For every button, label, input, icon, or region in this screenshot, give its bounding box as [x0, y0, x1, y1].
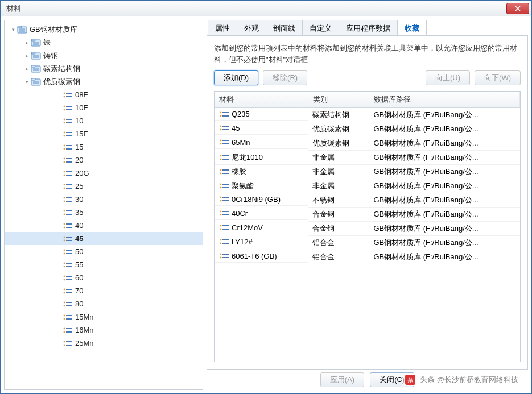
cell-category: 优质碳素钢 [308, 136, 369, 151]
material-icon [63, 169, 73, 177]
cell-path: GB钢材材质库 (F:/RuiBang/公... [369, 108, 519, 122]
col-path[interactable]: 数据库路径 [369, 92, 519, 108]
material-icon [219, 154, 229, 161]
tree-item-label: 10 [75, 117, 83, 125]
move-down-button[interactable]: 向下(W) [475, 70, 521, 85]
expander-icon[interactable]: ▾ [23, 78, 31, 86]
tab-收藏[interactable]: 收藏 [397, 20, 427, 35]
tab-自定义[interactable]: 自定义 [302, 20, 339, 35]
tree-item-label: 15 [75, 143, 83, 151]
material-icon [63, 196, 73, 204]
material-icon [219, 124, 229, 132]
close-button[interactable] [506, 3, 529, 14]
tree-material[interactable]: 15 [5, 140, 203, 154]
tree-material[interactable]: 08F [5, 88, 203, 101]
tree-material[interactable]: 45 [5, 232, 203, 245]
tree-material[interactable]: 10 [5, 114, 203, 127]
material-icon [219, 195, 229, 203]
tree-material[interactable]: 25 [5, 180, 203, 193]
tree-material[interactable]: 15F [5, 127, 203, 140]
tree-folder[interactable]: ▾ 优质碳素钢 [5, 75, 203, 88]
watermark: 条 头条 @长沙前桥教育网络科技 [402, 373, 522, 387]
tree-material[interactable]: 50 [5, 245, 203, 258]
tree-material[interactable]: 35 [5, 206, 203, 219]
table-row[interactable]: 40Cr 合金钢 GB钢材材质库 (F:/RuiBang/公... [215, 208, 520, 222]
table-row[interactable]: 橡胶 非金属 GB钢材材质库 (F:/RuiBang/公... [215, 165, 520, 179]
folder-icon [17, 25, 27, 34]
material-tree[interactable]: ▾ GB钢材材质库 ▸ 铁 ▸ 铸钢 ▸ 碳素结构钢 ▾ 优质碳素钢 08F 1… [4, 20, 203, 390]
cell-path: GB钢材材质库 (F:/RuiBang/公... [369, 250, 519, 264]
tree-item-label: 铁 [43, 38, 51, 48]
material-icon [63, 209, 73, 217]
favorites-table[interactable]: 材料 类别 数据库路径 Q235 碳素结构钢 GB钢材材质库 (F:/RuiBa… [215, 92, 520, 264]
cell-path: GB钢材材质库 (F:/RuiBang/公... [369, 122, 519, 136]
tab-外观[interactable]: 外观 [237, 20, 266, 35]
table-row[interactable]: 尼龙1010 非金属 GB钢材材质库 (F:/RuiBang/公... [215, 151, 520, 165]
tree-item-label: 55 [75, 260, 83, 269]
cell-path: GB钢材材质库 (F:/RuiBang/公... [369, 179, 519, 193]
tree-material[interactable]: 16Mn [5, 324, 203, 337]
tree-folder[interactable]: ▸ 铁 [5, 36, 203, 49]
material-icon [63, 326, 73, 334]
add-button[interactable]: 添加(D) [214, 70, 258, 85]
material-icon [63, 130, 73, 138]
tree-item-label: 20G [75, 169, 89, 177]
tab-属性[interactable]: 属性 [208, 20, 237, 35]
tree-material[interactable]: 40 [5, 219, 203, 232]
cell-material: 尼龙1010 [232, 152, 263, 163]
material-icon [219, 223, 229, 231]
folder-icon [31, 64, 41, 73]
material-icon [63, 300, 73, 308]
material-icon [63, 235, 73, 243]
expander-icon[interactable]: ▸ [23, 52, 31, 60]
folder-icon [31, 77, 41, 86]
titlebar: 材料 [1, 1, 531, 16]
material-icon [63, 91, 73, 99]
table-row[interactable]: 6061-T6 (GB) 铝合金 GB钢材材质库 (F:/RuiBang/公..… [215, 250, 520, 264]
cell-category: 合金钢 [308, 208, 369, 222]
tree-material[interactable]: 55 [5, 258, 203, 271]
tree-folder[interactable]: ▸ 碳素结构钢 [5, 62, 203, 75]
material-icon [63, 183, 73, 190]
tab-应用程序数据[interactable]: 应用程序数据 [339, 20, 398, 35]
tree-item-label: 70 [75, 287, 83, 295]
cell-category: 碳素结构钢 [308, 108, 369, 122]
tree-material[interactable]: 70 [5, 284, 203, 297]
material-icon [63, 248, 73, 256]
expander-icon[interactable]: ▾ [9, 26, 17, 34]
cell-material: 45 [232, 124, 240, 132]
table-row[interactable]: 65Mn 优质碳素钢 GB钢材材质库 (F:/RuiBang/公... [215, 136, 520, 151]
tree-folder[interactable]: ▸ 铸钢 [5, 49, 203, 62]
tree-material[interactable]: 25Mn [5, 337, 203, 350]
tree-material[interactable]: 10F [5, 101, 203, 114]
remove-button[interactable]: 移除(R) [263, 70, 307, 85]
apply-button[interactable]: 应用(A) [320, 372, 364, 387]
tab-剖面线[interactable]: 剖面线 [266, 20, 303, 35]
tree-material[interactable]: 20G [5, 167, 203, 180]
table-row[interactable]: 聚氨酯 非金属 GB钢材材质库 (F:/RuiBang/公... [215, 179, 520, 193]
table-row[interactable]: Q235 碳素结构钢 GB钢材材质库 (F:/RuiBang/公... [215, 108, 520, 122]
tree-root[interactable]: ▾ GB钢材材质库 [5, 23, 203, 36]
tree-item-label: 08F [75, 90, 88, 99]
table-row[interactable]: LY12# 铝合金 GB钢材材质库 (F:/RuiBang/公... [215, 236, 520, 250]
tree-material[interactable]: 15Mn [5, 310, 203, 324]
tree-material[interactable]: 60 [5, 271, 203, 284]
folder-icon [31, 38, 41, 47]
expander-icon[interactable]: ▸ [23, 39, 31, 47]
col-material[interactable]: 材料 [215, 92, 308, 108]
tree-material[interactable]: 30 [5, 193, 203, 206]
expander-icon[interactable]: ▸ [23, 65, 31, 73]
col-category[interactable]: 类别 [308, 92, 369, 108]
material-icon [219, 168, 229, 176]
table-row[interactable]: 0Cr18Ni9 (GB) 不锈钢 GB钢材材质库 (F:/RuiBang/公.… [215, 193, 520, 208]
cell-category: 非金属 [308, 165, 369, 179]
cell-path: GB钢材材质库 (F:/RuiBang/公... [369, 165, 519, 179]
table-row[interactable]: 45 优质碳素钢 GB钢材材质库 (F:/RuiBang/公... [215, 122, 520, 136]
table-row[interactable]: Cr12MoV 合金钢 GB钢材材质库 (F:/RuiBang/公... [215, 222, 520, 236]
tree-material[interactable]: 80 [5, 297, 203, 310]
move-up-button[interactable]: 向上(U) [426, 70, 470, 85]
tree-material[interactable]: 20 [5, 154, 203, 167]
tree-item-label: 40 [75, 221, 83, 230]
tree-item-label: 35 [75, 208, 83, 217]
watermark-logo-icon: 条 [405, 375, 415, 385]
